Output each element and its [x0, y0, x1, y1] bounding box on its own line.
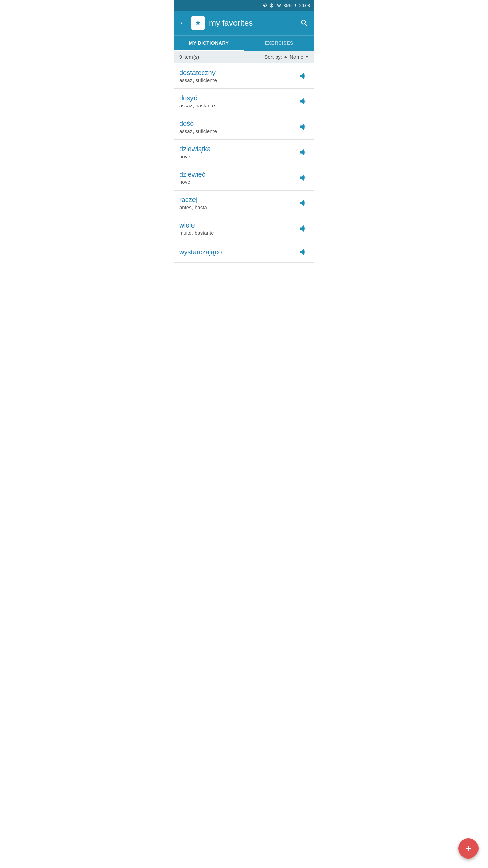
bluetooth-icon [269, 3, 274, 8]
list-item[interactable]: dziewiątkanove [174, 140, 314, 165]
page-title: my favorites [209, 18, 296, 28]
list-item[interactable]: dosyćassaz, bastante [174, 89, 314, 114]
audio-button[interactable] [299, 173, 309, 183]
audio-button[interactable] [299, 96, 309, 106]
time-text: 20:08 [299, 3, 310, 8]
list-item[interactable]: raczejantes, basta [174, 191, 314, 216]
search-icon[interactable] [300, 19, 309, 27]
list-item[interactable]: wielemuito, bastante [174, 216, 314, 241]
star-icon: ★ [195, 19, 201, 27]
word-text: dosyć [179, 94, 299, 102]
sort-bar: 9 item(s) Sort by: Name [174, 51, 314, 63]
tabs: MY DICTIONARY EXERCISES [174, 35, 314, 51]
speaker-icon [299, 173, 308, 182]
translation-text: muito, bastante [179, 230, 299, 236]
tab-exercises[interactable]: EXERCISES [244, 36, 314, 51]
speaker-icon [299, 247, 308, 257]
translation-text: nove [179, 154, 299, 159]
speaker-icon [299, 71, 308, 81]
speaker-icon [299, 147, 308, 157]
sort-asc-icon [284, 56, 287, 58]
word-text: raczej [179, 196, 299, 204]
list-item[interactable]: dziewięćnove [174, 165, 314, 191]
translation-text: assaz, suficiente [179, 77, 299, 83]
word-text: dość [179, 120, 299, 127]
word-text: wystarczająco [179, 248, 299, 256]
sort-by-label: Sort by: [264, 54, 282, 60]
favorites-folder-icon: ★ [191, 16, 205, 30]
audio-button[interactable] [299, 71, 309, 81]
speaker-icon [299, 224, 308, 233]
word-text: dziewięć [179, 171, 299, 178]
speaker-icon [299, 198, 308, 208]
word-text: dostateczny [179, 69, 299, 77]
translation-text: assaz, bastante [179, 103, 299, 108]
list-item[interactable]: wystarczająco [174, 241, 314, 263]
list-item[interactable]: dostatecznyassaz, suficiente [174, 63, 314, 89]
speaker-icon [299, 122, 308, 132]
header: ← ★ my favorites [174, 11, 314, 35]
audio-button[interactable] [299, 198, 309, 208]
word-text: wiele [179, 221, 299, 229]
sort-dropdown-icon [305, 56, 309, 58]
battery-text: 35% [283, 3, 292, 8]
sort-selector[interactable]: Name [284, 54, 309, 60]
list-item[interactable]: dośćassaz, suficiente [174, 114, 314, 140]
speaker-icon [299, 97, 308, 106]
mute-icon [262, 3, 267, 8]
audio-button[interactable] [299, 223, 309, 234]
tab-my-dictionary[interactable]: MY DICTIONARY [174, 36, 244, 51]
back-button[interactable]: ← [179, 19, 187, 27]
translation-text: assaz, suficiente [179, 128, 299, 134]
item-count: 9 item(s) [179, 54, 264, 60]
sort-field: Name [290, 54, 303, 60]
audio-button[interactable] [299, 122, 309, 132]
dictionary-list: dostatecznyassaz, suficiente dosyćassaz,… [174, 63, 314, 263]
audio-button[interactable] [299, 147, 309, 157]
signal-icon [276, 3, 282, 8]
translation-text: antes, basta [179, 204, 299, 210]
word-text: dziewiątka [179, 145, 299, 153]
status-bar: 35% 20:08 [174, 0, 314, 11]
status-icons: 35% 20:08 [262, 3, 310, 8]
translation-text: nove [179, 179, 299, 185]
audio-button[interactable] [299, 247, 309, 257]
charging-icon [294, 3, 297, 8]
